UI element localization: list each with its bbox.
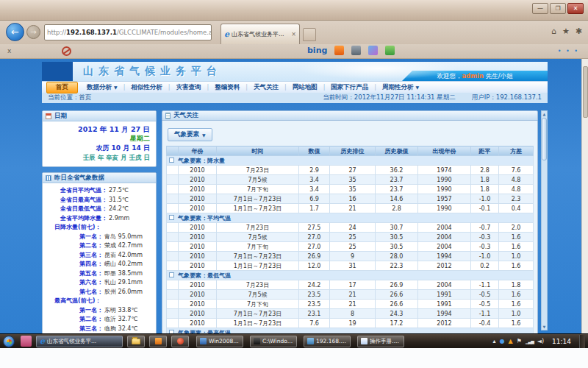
rank-section-title-0: 日降水量(前七)： [46, 223, 153, 233]
bing-logo[interactable]: bing [307, 46, 327, 55]
rank-section-title-1: 最高气温(前七)： [46, 297, 153, 306]
col-header-1[interactable]: 时间 [217, 146, 299, 156]
new-tab-button[interactable] [303, 28, 316, 41]
group-label-cell[interactable]: 气象要素：最高气温 [167, 328, 534, 334]
taskbar-ie-button[interactable]: e 山东省气候业务平... [36, 336, 123, 347]
col-header-5[interactable]: 出现年份 [418, 146, 471, 156]
browser-tab[interactable]: e 山东省气候业务平... × [220, 24, 300, 44]
taskbar-window-button-3[interactable]: 操作手册.docx ... [357, 336, 404, 347]
window-maximize-button[interactable]: ❐ [550, 3, 566, 14]
window-button-icon [200, 338, 207, 344]
rank-row-0-3: 第四名：崂山 40.2mm [46, 260, 153, 269]
network-icon[interactable]: ▁▃▅ [526, 339, 534, 344]
nav-item-0[interactable]: 首页 [46, 82, 78, 93]
cell-6: -0.5 [471, 300, 499, 309]
browser-scrollbar[interactable] [581, 59, 588, 333]
weather-panel-body: 全省日平均气温：27.5℃全省日最高气温：31.5℃全省日最低气温：24.2℃全… [43, 183, 156, 333]
collapse-box-icon[interactable] [169, 158, 174, 163]
puzzle-icon[interactable] [385, 46, 395, 55]
group-label-cell[interactable]: 气象要素：最低气温 [167, 271, 534, 280]
col-header-7[interactable]: 方差 [499, 146, 534, 156]
folder-icon [132, 339, 140, 344]
taskbar-app2-button[interactable] [149, 336, 167, 347]
col-header-6[interactable]: 距平 [471, 146, 499, 156]
col-header-0[interactable]: 年份 [179, 146, 217, 156]
taskbar-app3-button[interactable] [171, 336, 189, 347]
table-row: 20101月1日～7月23日12.03122.320120.21.6 [167, 261, 534, 271]
cell-3: 31 [330, 261, 376, 271]
cell-1: 1月1日～7月23日 [217, 204, 299, 213]
toolbar-close-icon[interactable]: x [7, 47, 11, 54]
group-label-cell[interactable]: 气象要素：平均气温 [167, 213, 534, 223]
show-desktop-button[interactable] [579, 335, 585, 348]
banner-left-block [42, 62, 73, 81]
cell-2: 26.9 [299, 252, 330, 261]
cell-5: 1957 [418, 194, 471, 204]
nav-item-3[interactable]: 灾害查询 [171, 82, 207, 93]
taskbar-buttons: Win2008 (VS2...C:\Windows\s...192.168.59… [192, 336, 404, 347]
summary-value: 27.5℃ [109, 186, 129, 196]
more-options-dots[interactable]: • • • [558, 48, 579, 54]
element-filter-button[interactable]: 气象要素▼ [168, 128, 212, 141]
tray-blue-icon[interactable]: ● [500, 338, 505, 344]
back-button[interactable]: ← [6, 23, 24, 41]
speaker-icon[interactable]: ◄) [537, 338, 544, 344]
browser-scrollbar-thumb[interactable] [583, 66, 588, 118]
hidden-icons-arrow[interactable]: ▴ [493, 338, 496, 344]
cell-5: 2004 [418, 233, 471, 242]
favorites-star-icon[interactable]: ★ [562, 26, 570, 36]
row-indent-cell [167, 252, 179, 261]
cell-3: 24 [330, 223, 376, 233]
nav-item-4[interactable]: 整编资料 [209, 82, 245, 93]
taskbar-window-button-2[interactable]: 192.168.59.99... [304, 336, 351, 347]
home-icon[interactable]: ⌂ [551, 26, 556, 36]
pinned-app-icon[interactable] [21, 336, 32, 347]
scroll-up-icon[interactable]: ▲ [542, 112, 547, 116]
taskbar-window-button-0[interactable]: Win2008 (VS2... [196, 336, 243, 347]
content-scrollbar[interactable]: ▲ ▼ [541, 110, 548, 330]
summary-value: 31.5℃ [109, 196, 129, 205]
nav-item-8[interactable]: 周期性分析▼ [376, 82, 425, 93]
window-close-button[interactable]: ✕ [567, 3, 584, 14]
flag-icon[interactable]: ⚑ [517, 338, 522, 344]
nav-item-1[interactable]: 数据分析▼ [81, 82, 123, 93]
taskbar-explorer-button[interactable] [127, 336, 145, 347]
cell-6: -0.3 [471, 242, 499, 252]
nav-item-6[interactable]: 网站地图 [287, 82, 323, 93]
group-label-cell[interactable]: 气象要素：降水量 [167, 156, 534, 166]
vm-titlebar: — ❐ ✕ [0, 0, 588, 21]
addon-icon-1[interactable] [334, 46, 344, 55]
col-header-3[interactable]: 历史排位 [330, 146, 376, 156]
collapse-box-icon[interactable] [169, 215, 174, 220]
summary-label: 全省平均降水量： [46, 214, 107, 224]
taskbar-window-button-1[interactable]: C:\Windows\s... [250, 336, 297, 347]
camera-icon[interactable] [351, 46, 361, 55]
paint-icon[interactable] [368, 46, 378, 55]
tools-gear-icon[interactable]: ✱ [576, 26, 582, 36]
collapse-box-icon[interactable] [169, 272, 174, 277]
summary-label: 全省日平均气温： [46, 186, 107, 196]
action-center-icon[interactable]: ▲ [509, 338, 513, 344]
cell-1: 7月5候 [217, 233, 299, 242]
start-button[interactable] [3, 336, 15, 347]
forward-button[interactable]: → [26, 25, 40, 39]
cell-4: 24.3 [376, 309, 418, 319]
summary-value: 2.9mm [109, 214, 129, 224]
nav-item-5[interactable]: 天气关注 [248, 82, 284, 93]
nav-item-7[interactable]: 国家下行产品 [325, 82, 374, 93]
col-header-4[interactable]: 历史极值 [376, 146, 418, 156]
window-minimize-button[interactable]: — [532, 3, 548, 14]
ganzhi-date: 壬辰 年 辛亥 月 壬戌 日 [49, 153, 150, 163]
scroll-down-icon[interactable]: ▼ [542, 325, 547, 329]
cell-1: 1月1日～7月23日 [217, 261, 299, 271]
taskbar-clock[interactable]: 11:14 [548, 338, 576, 345]
tab-close-icon[interactable]: × [291, 31, 296, 38]
cell-1: 7月1日～7月23日 [217, 309, 299, 319]
nav-item-2[interactable]: 相似性分析 [125, 82, 168, 93]
scrollbar-thumb[interactable] [542, 118, 547, 160]
blocked-icon[interactable] [62, 46, 71, 56]
address-bar[interactable]: http://192.168.137.1/GLCCLIMATE/modules/… [44, 24, 212, 40]
cell-3: 21 [330, 204, 376, 213]
col-header-2[interactable]: 数值 [299, 146, 330, 156]
cell-2: 3.4 [299, 175, 330, 185]
